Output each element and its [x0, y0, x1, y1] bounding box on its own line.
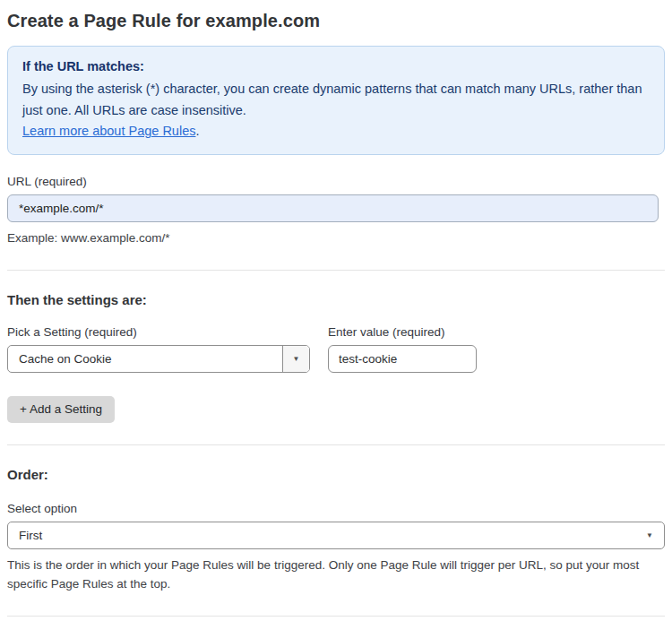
pick-setting-dropdown[interactable]: Cache on Cookie ▼: [7, 345, 310, 373]
divider: [7, 616, 665, 617]
info-box-body: By using the asterisk (*) character, you…: [22, 79, 650, 121]
order-select-label: Select option: [7, 502, 665, 515]
enter-value-column: Enter value (required): [328, 307, 477, 373]
pick-setting-column: Pick a Setting (required) Cache on Cooki…: [7, 307, 310, 373]
pick-setting-label: Pick a Setting (required): [7, 325, 310, 339]
divider: [7, 270, 665, 271]
learn-more-link[interactable]: Learn more about Page Rules: [22, 124, 195, 138]
url-match-info-box: If the URL matches: By using the asteris…: [7, 46, 665, 155]
setting-value-input[interactable]: [328, 345, 477, 373]
divider: [7, 444, 665, 445]
chevron-down-icon[interactable]: ▼: [282, 346, 309, 372]
add-setting-button[interactable]: + Add a Setting: [7, 396, 115, 423]
url-field-label: URL (required): [7, 175, 665, 188]
settings-row: Pick a Setting (required) Cache on Cooki…: [7, 307, 665, 373]
order-selected-value: First: [19, 529, 646, 542]
link-suffix: .: [195, 124, 199, 138]
settings-section-heading: Then the settings are:: [7, 292, 665, 307]
info-box-heading: If the URL matches:: [22, 56, 650, 77]
order-help-text: This is the order in which your Page Rul…: [7, 556, 643, 594]
order-select[interactable]: First ▼: [7, 522, 665, 549]
page-title: Create a Page Rule for example.com: [7, 11, 665, 31]
url-input[interactable]: [7, 194, 659, 222]
info-box-link-line: Learn more about Page Rules.: [22, 121, 650, 142]
pick-setting-selected-value: Cache on Cookie: [8, 346, 282, 372]
enter-value-label: Enter value (required): [328, 325, 477, 339]
chevron-down-icon: ▼: [646, 531, 653, 539]
url-example-text: Example: www.example.com/*: [7, 229, 665, 248]
order-section-heading: Order:: [7, 467, 665, 482]
